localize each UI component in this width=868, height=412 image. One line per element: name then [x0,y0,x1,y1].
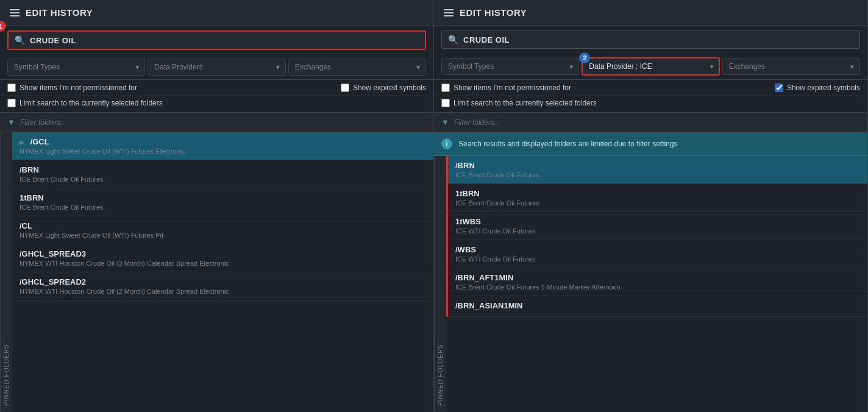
right-symbol-types-wrap: Symbol Types ▼ [441,57,579,76]
item-desc: ICE Brent Crude Oil Futures [455,199,860,207]
list-item[interactable]: /BRN_ASIAN1MIN [446,296,867,317]
left-limit-search-checkbox[interactable] [7,99,16,107]
left-checkboxes-row2: Limit search to the currently selected f… [0,96,433,113]
item-desc: NYMEX Light Sweet Crude Oil (WTI) Future… [20,232,426,239]
right-checkboxes-row2: Limit search to the currently selected f… [434,96,867,113]
left-checkboxes-row1: Show items I'm not permissioned for Show… [0,80,433,96]
right-expired-checkbox[interactable] [775,83,783,92]
item-symbol: /BRN_AFT1MIN [455,273,860,282]
right-list-items: /BRN ICE Brent Crude Oil Futures 1tBRN I… [446,156,867,412]
right-exchanges-select[interactable]: Exchanges [722,58,860,75]
search-icon-left: 🔍 [15,35,25,45]
item-desc: NYMEX WTI Houston Crude Oil (2 Month) Ca… [20,288,426,295]
right-filters-row: Symbol Types ▼ 2 Data Provider : ICE ▼ E… [434,54,867,80]
right-results-list: Pinned Folders /BRN ICE Brent Crude Oil … [434,156,867,412]
left-data-providers-wrap: Data Providers ▼ [148,59,285,76]
right-panel-title: EDIT HISTORY [460,7,527,18]
list-item[interactable]: /BRN_AFT1MIN ICE Brent Crude Oil Futures… [446,268,867,296]
right-show-not-permissioned: Show items I'm not permissioned for [441,83,775,92]
left-pinned-label: Pinned Folders [0,132,12,412]
left-list-items: ▶ /GCL NYMEX Light Sweet Crude Oil (WTI)… [12,132,433,412]
funnel-icon-left: ▼ [7,118,15,127]
right-pinned-label: Pinned Folders [434,156,446,412]
left-exchanges-select[interactable]: Exchanges [288,59,426,76]
right-limit-search: Limit search to the currently selected f… [441,99,597,107]
right-filter-folders-bar: ▼ Filter folders... [434,113,867,132]
list-item[interactable]: 1tWBS ICE WTI Crude Oil Futures [446,212,867,240]
item-desc: NYMEX WTI Houston Crude Oil (3 Month) Ca… [20,260,426,267]
right-panel: EDIT HISTORY 🔍 Symbol Types ▼ 2 Data Pro… [434,0,868,412]
search-icon-right: 🔍 [448,35,458,44]
item-desc: ICE Brent Crude Oil Futures [20,176,426,183]
right-search-box[interactable]: 🔍 [441,30,860,49]
funnel-icon-right: ▼ [441,118,449,127]
expand-arrow: ▶ [20,139,24,146]
right-symbol-types-select[interactable]: Symbol Types [441,58,579,75]
left-exchanges-wrap: Exchanges ▼ [288,59,426,76]
right-data-providers-select[interactable]: Data Provider : ICE [582,57,719,76]
left-filter-folders-text: Filter folders... [20,118,66,127]
left-limit-search: Limit search to the currently selected f… [7,99,163,107]
list-item[interactable]: /BRN ICE Brent Crude Oil Futures [446,156,867,184]
left-filters-row: Symbol Types ▼ Data Providers ▼ Exchange… [0,55,433,80]
list-item[interactable]: 1tBRN ICE Brent Crude Oil Futures [446,184,867,212]
hamburger-icon-right[interactable] [444,9,454,16]
left-expired-checkbox[interactable] [341,83,349,92]
right-search-outer: 🔍 [434,26,867,54]
left-not-permissioned-checkbox[interactable] [7,83,16,92]
hamburger-icon-left[interactable] [10,9,20,16]
left-filter-folders-bar: ▼ Filter folders... [0,113,433,132]
item-desc: ICE WTI Crude Oil Futures [455,255,860,263]
left-header: EDIT HISTORY [0,0,433,26]
left-symbol-types-wrap: Symbol Types ▼ [7,59,145,76]
left-expired-label: Show expired symbols [353,83,426,92]
left-not-permissioned-label: Show items I'm not permissioned for [20,83,137,92]
left-panel: EDIT HISTORY 1 🔍 Symbol Types ▼ Data Pro… [0,0,434,412]
list-item[interactable]: /GHCL_SPREAD2 NYMEX WTI Houston Crude Oi… [12,272,433,300]
item-desc: ICE Brent Crude Oil Futures [20,204,426,211]
info-text: Search results and displayed folders are… [458,140,678,148]
right-exchanges-wrap: Exchanges ▼ [722,57,860,76]
left-limit-search-label: Limit search to the currently selected f… [20,99,163,107]
item-symbol: /GHCL_SPREAD2 [20,277,426,286]
item-symbol: ▶ /GCL [20,137,426,146]
right-search-input[interactable] [463,35,853,44]
left-search-box[interactable]: 🔍 [7,30,426,50]
item-symbol: /GHCL_SPREAD3 [20,249,426,258]
list-item[interactable]: /BRN ICE Brent Crude Oil Futures [12,160,433,188]
right-limit-search-checkbox[interactable] [441,99,450,107]
item-desc: NYMEX Light Sweet Crude Oil (WTI) Future… [20,147,426,155]
item-desc: ICE Brent Crude Oil Futures [455,171,860,179]
item-symbol: /CL [20,221,426,230]
list-item[interactable]: 1tBRN ICE Brent Crude Oil Futures [12,188,433,216]
left-search-outer: 1 🔍 [0,26,433,55]
info-icon: i [441,138,452,149]
right-not-permissioned-label: Show items I'm not permissioned for [454,83,571,92]
left-results-list: Pinned Folders ▶ /GCL NYMEX Light Sweet … [0,132,433,412]
right-show-expired: Show expired symbols [775,83,860,92]
item-symbol: /WBS [455,245,860,254]
right-expired-label: Show expired symbols [787,83,860,92]
list-item[interactable]: /CL NYMEX Light Sweet Crude Oil (WTI) Fu… [12,216,433,244]
item-symbol: 1tBRN [455,189,860,198]
item-desc: ICE WTI Crude Oil Futures [455,227,860,235]
list-item[interactable]: ▶ /GCL NYMEX Light Sweet Crude Oil (WTI)… [12,132,433,160]
right-limit-search-label: Limit search to the currently selected f… [454,99,597,107]
item-symbol: 1tBRN [20,193,426,202]
left-data-providers-select[interactable]: Data Providers [148,59,285,76]
item-desc: ICE Brent Crude Oil Futures 1-Minute Mar… [455,283,860,291]
left-panel-title: EDIT HISTORY [26,7,93,18]
left-show-not-permissioned: Show items I'm not permissioned for [7,83,341,92]
list-item[interactable]: /GHCL_SPREAD3 NYMEX WTI Houston Crude Oi… [12,244,433,272]
info-banner: i Search results and displayed folders a… [434,132,867,156]
item-symbol: 1tWBS [455,217,860,226]
left-symbol-types-select[interactable]: Symbol Types [7,59,145,76]
right-checkboxes-row1: Show items I'm not permissioned for Show… [434,80,867,96]
left-search-input[interactable] [30,36,419,45]
right-data-providers-wrap: 2 Data Provider : ICE ▼ [582,57,719,76]
right-header: EDIT HISTORY [434,0,867,26]
right-filter-folders-text: Filter folders... [454,118,500,127]
left-show-expired: Show expired symbols [341,83,426,92]
list-item[interactable]: /WBS ICE WTI Crude Oil Futures [446,240,867,268]
right-not-permissioned-checkbox[interactable] [441,83,450,92]
